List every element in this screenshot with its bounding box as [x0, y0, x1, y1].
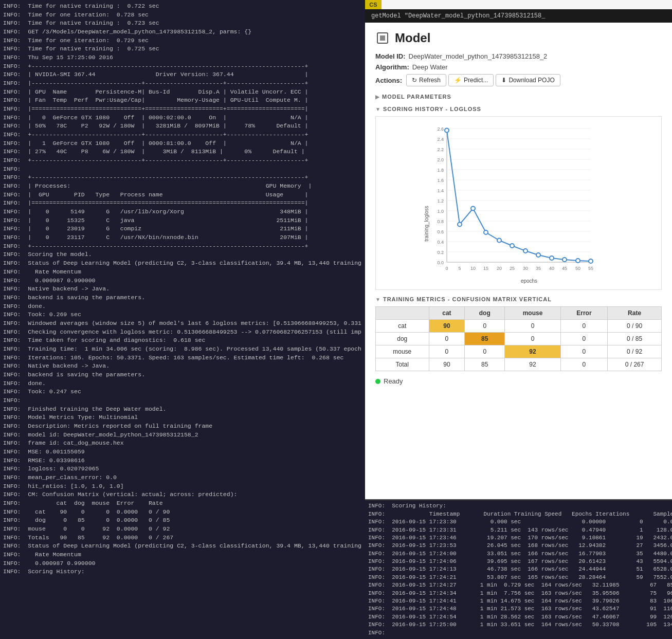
table-row: Total 90 85 92 0 0 / 267	[376, 358, 662, 371]
svg-point-53	[536, 253, 540, 257]
training-metrics-section[interactable]: ▼ TRAINING METRICS - CONFUSION MATRIX VE…	[375, 296, 662, 302]
log-line: INFO: frame id: cat_dog_mouse.hex	[3, 439, 362, 448]
table-row: cat 90 0 0 0 0 / 90	[376, 320, 662, 333]
log-line: INFO: hit_ratios: [1.0, 1.0, 1.0]	[3, 482, 362, 491]
row-label-total: Total	[376, 358, 429, 371]
download-pojo-label: Download POJO	[508, 77, 554, 84]
refresh-icon: ↻	[412, 77, 417, 84]
log-line: INFO: dog 0 85 0 0.0000 0 / 85	[3, 516, 362, 525]
model-title: Model	[395, 31, 430, 45]
svg-point-49	[484, 230, 488, 234]
cell-dog-mouse: 0	[505, 333, 560, 345]
log-line: INFO: Windowed averages (window size 5) …	[3, 319, 362, 328]
log-line: INFO: 2016-09-15 17:24:13 46.738 sec 166…	[368, 565, 669, 573]
svg-text:2.2: 2.2	[437, 147, 444, 152]
cell-cat-cat: 90	[429, 320, 465, 333]
cell-mouse-error: 0	[560, 345, 607, 358]
cell-dog-rate: 0 / 85	[608, 333, 662, 345]
svg-point-48	[471, 207, 475, 211]
svg-text:0.2: 0.2	[437, 250, 444, 255]
log-line: INFO: | 0 23117 C /usr/NX/bin/nxnode.bin…	[3, 233, 362, 242]
log-line: INFO: 0.000987 0.990000	[3, 559, 362, 568]
log-line: INFO:	[3, 396, 362, 405]
model-id-row: Model ID: DeepWater_model_python_1473985…	[375, 52, 662, 60]
svg-text:1.0: 1.0	[437, 209, 444, 214]
status-row: Ready	[375, 377, 662, 385]
cell-cat-dog: 0	[465, 320, 505, 333]
log-line: INFO: Native backend -> Java.	[3, 362, 362, 371]
svg-text:training_logloss: training_logloss	[424, 206, 429, 242]
log-line: INFO: | GPU Name Persistence-M| Bus-Id D…	[3, 88, 362, 97]
status-dot	[375, 379, 380, 384]
log-line: INFO: Rate Momentum	[3, 268, 362, 277]
log-line: INFO: Time for native training : 0.722 s…	[3, 2, 362, 11]
svg-point-54	[550, 256, 554, 260]
header-bar: getModel "DeepWater_model_python_1473985…	[365, 9, 672, 23]
model-parameters-arrow: ▶	[375, 94, 380, 100]
log-line: INFO: 0.000987 0.990000	[3, 277, 362, 285]
log-line: INFO: RMSE: 0.03398616	[3, 457, 362, 465]
log-line: INFO: +---------------------------------…	[3, 173, 362, 182]
svg-text:0.4: 0.4	[437, 240, 444, 245]
log-line: INFO: Finished training the Deep Water m…	[3, 405, 362, 414]
svg-text:epochs: epochs	[520, 278, 537, 284]
log-line: INFO: GET /3/Models/DeepWater_model_pyth…	[3, 28, 362, 36]
svg-text:25: 25	[509, 266, 514, 271]
row-label-mouse: mouse	[376, 345, 429, 358]
log-line: INFO: | 0 15325 C java 2511MiB |	[3, 216, 362, 225]
svg-text:50: 50	[575, 266, 580, 271]
cell-mouse-mouse: 92	[505, 345, 560, 358]
log-line: INFO: | GPU PID Type Process name Usage …	[3, 191, 362, 199]
predict-button[interactable]: ⚡ Predict...	[448, 74, 494, 86]
log-line: INFO: | Processes: GPU Memory |	[3, 182, 362, 191]
log-line: INFO: 2016-09-15 17:24:00 33.051 sec 166…	[368, 550, 669, 558]
model-parameters-label: MODEL PARAMETERS	[382, 94, 451, 100]
terminal-lines: INFO: Time for native training : 0.722 s…	[3, 2, 362, 576]
model-parameters-section[interactable]: ▶ MODEL PARAMETERS	[375, 94, 662, 100]
cell-cat-error: 0	[560, 320, 607, 333]
log-line: INFO: | 27% 40C P8 6W / 180W | 3MiB / 81…	[3, 148, 362, 156]
log-line: INFO: done.	[3, 379, 362, 388]
actions-row: Actions: ↻ Refresh ⚡ Predict... ⬇ Downlo…	[375, 74, 662, 86]
log-line: INFO: | Fan Temp Perf Pwr:Usage/Cap| Mem…	[3, 96, 362, 105]
log-line: INFO: +---------------------------------…	[3, 242, 362, 251]
log-line: INFO: 2016-09-15 17:23:53 26.045 sec 168…	[368, 542, 669, 550]
model-icon	[375, 31, 390, 45]
log-line: INFO: Timestamp Duration Training Speed …	[368, 510, 669, 518]
lightning-icon: ⚡	[454, 77, 462, 84]
scoring-history-section[interactable]: ▼ SCORING HISTORY - LOGLOSS	[375, 106, 662, 112]
log-line: INFO: 2016-09-15 17:24:34 1 min 7.756 se…	[368, 590, 669, 597]
training-metrics-arrow: ▼	[375, 297, 381, 302]
svg-point-47	[458, 223, 462, 227]
cs-tab[interactable]: CS	[365, 0, 382, 9]
training-metrics-label: TRAINING METRICS - CONFUSION MATRIX VERT…	[383, 296, 552, 302]
svg-text:20: 20	[496, 266, 501, 271]
log-line: INFO: mean_per_class_error: 0.0	[3, 473, 362, 482]
svg-rect-1	[380, 35, 385, 41]
log-line: INFO: CM: Confusion Matrix (vertical: ac…	[3, 490, 362, 499]
log-line: INFO:	[3, 165, 362, 174]
log-line: INFO: model id: DeepWater_model_python_1…	[3, 431, 362, 440]
log-line: INFO: MSE: 0.001155059	[3, 448, 362, 457]
log-line: INFO: | 50% 78C P2 92W / 180W | 3281MiB …	[3, 122, 362, 131]
download-pojo-button[interactable]: ⬇ Download POJO	[496, 74, 560, 86]
svg-point-46	[445, 129, 449, 133]
log-line: INFO: Took: 0.247 sec	[3, 388, 362, 396]
refresh-button[interactable]: ↻ Refresh	[406, 74, 446, 86]
svg-text:1.4: 1.4	[437, 188, 444, 193]
log-line: INFO: Status of Deep Learning Model (pre…	[3, 542, 362, 551]
model-id-label: Model ID:	[375, 52, 406, 60]
bottom-terminal: INFO: Scoring History:INFO: Timestamp Du…	[365, 499, 672, 639]
log-line: INFO: cat dog mouse Error Rate	[3, 499, 362, 508]
svg-text:0.0: 0.0	[437, 260, 444, 265]
cell-mouse-dog: 0	[465, 345, 505, 358]
log-line: INFO: 2016-09-15 17:24:27 1 min 0.729 se…	[368, 581, 669, 589]
log-line: INFO: 2016-09-15 17:24:54 1 min 28.562 s…	[368, 613, 669, 621]
svg-text:40: 40	[549, 266, 554, 271]
svg-text:35: 35	[535, 266, 540, 271]
svg-text:45: 45	[561, 266, 567, 271]
svg-text:1.8: 1.8	[437, 168, 444, 173]
log-line: INFO: 2016-09-15 17:23:31 5.211 sec 143 …	[368, 526, 669, 534]
log-line: INFO:	[368, 629, 669, 637]
scoring-history-label: SCORING HISTORY - LOGLOSS	[383, 106, 481, 112]
